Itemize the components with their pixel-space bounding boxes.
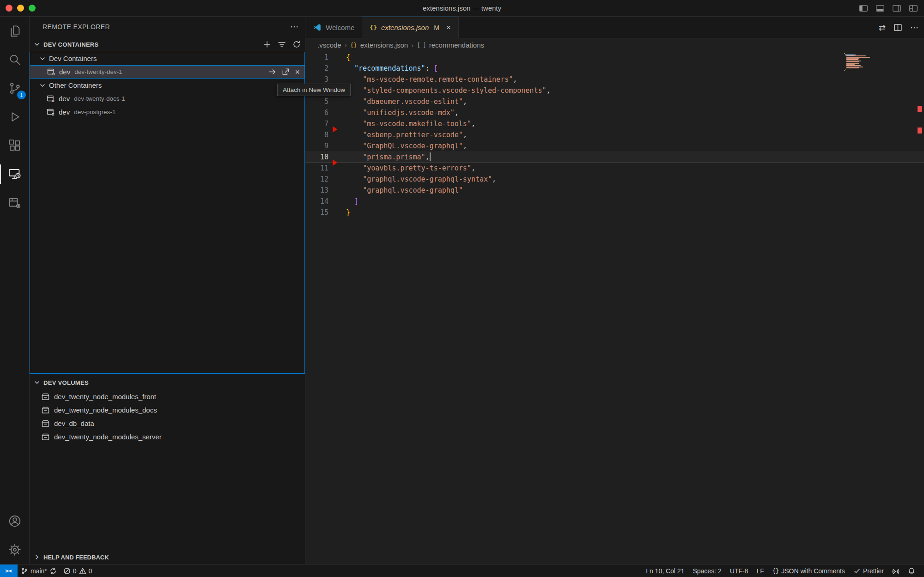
settings-gear-icon[interactable] xyxy=(0,535,30,564)
text-cursor xyxy=(430,152,431,161)
toggle-panel-icon[interactable] xyxy=(875,3,885,13)
code-line[interactable]: 5 "dbaeumer.vscode-eslint", xyxy=(305,96,924,107)
attach-current-window-icon[interactable] xyxy=(268,67,277,76)
sidebar-title: REMOTE EXPLORER xyxy=(43,23,110,30)
line-number[interactable]: 11 xyxy=(305,163,328,174)
line-number[interactable]: 7 xyxy=(305,118,328,129)
container-row-dev-twenty-docs-1[interactable]: dev dev-twenty-docs-1 xyxy=(30,92,305,105)
section-help-feedback[interactable]: HELP AND FEEDBACK xyxy=(30,550,305,564)
breadcrumb-symbol[interactable]: recommendations xyxy=(429,41,484,49)
more-actions-icon[interactable]: ⋯ xyxy=(290,22,298,32)
remote-explorer-icon[interactable] xyxy=(0,160,30,188)
code-line[interactable]: 13 "graphql.vscode-graphql" xyxy=(305,185,924,196)
tab-welcome[interactable]: Welcome xyxy=(305,17,362,38)
vscode-window: { "title_bar": { "title": "extensions.js… xyxy=(0,0,924,577)
breadcrumb-file[interactable]: extensions.json xyxy=(360,41,408,49)
code-line[interactable]: 4 "styled-components.vscode-styled-compo… xyxy=(305,85,924,96)
braces-icon: {} xyxy=(772,568,779,574)
source-control-icon[interactable]: 1 xyxy=(0,74,30,103)
line-number[interactable]: 13 xyxy=(305,185,328,196)
line-number[interactable]: 12 xyxy=(305,174,328,185)
chevron-right-icon: › xyxy=(345,41,347,49)
close-tab-icon[interactable]: × xyxy=(446,23,451,32)
volume-icon xyxy=(41,432,54,441)
indentation-status[interactable]: Spaces: 2 xyxy=(688,567,725,575)
line-number[interactable]: 14 xyxy=(305,196,328,207)
volume-icon xyxy=(41,392,54,401)
line-number[interactable]: 15 xyxy=(305,207,328,218)
add-container-icon[interactable] xyxy=(262,40,272,49)
problems-status[interactable]: 0 0 xyxy=(60,565,96,577)
code-line[interactable]: 2 "recommendations": [ xyxy=(305,63,924,74)
toggle-primary-sidebar-icon[interactable] xyxy=(858,3,869,13)
formatter-status[interactable]: Prettier xyxy=(849,567,888,575)
remote-indicator[interactable]: >< xyxy=(0,565,18,577)
volume-row[interactable]: dev_twenty_node_modules_server xyxy=(30,430,305,443)
refresh-icon[interactable] xyxy=(292,40,301,49)
container-row-dev-twenty-dev-1[interactable]: dev dev-twenty-dev-1 × xyxy=(30,65,305,79)
attach-new-window-icon[interactable] xyxy=(281,67,290,76)
container-row-dev-postgres-1[interactable]: dev dev-postgres-1 xyxy=(30,105,305,119)
remove-container-icon[interactable]: × xyxy=(295,68,300,76)
line-number[interactable]: 5 xyxy=(305,96,328,107)
minimize-window-button[interactable] xyxy=(17,5,24,12)
minimap[interactable] xyxy=(844,53,874,71)
code-line[interactable]: 10 "prisma.prisma", xyxy=(305,152,924,163)
code-editor[interactable]: 1{2 "recommendations": [3 "ms-vscode-rem… xyxy=(305,52,924,564)
tab-extensions-json[interactable]: {} extensions.json M × xyxy=(362,17,459,38)
code-line[interactable]: 14 ] xyxy=(305,196,924,207)
errors-icon xyxy=(63,567,71,575)
zoom-window-button[interactable] xyxy=(29,5,36,12)
tree-group-other-containers[interactable]: Other Containers xyxy=(30,79,305,92)
open-changes-icon[interactable]: ⇄ xyxy=(879,23,886,33)
code-line[interactable]: 11 "yoavbls.pretty-ts-errors", xyxy=(305,163,924,174)
notifications-bell-icon[interactable] xyxy=(904,567,919,575)
breadcrumb-folder[interactable]: .vscode xyxy=(317,41,341,49)
more-actions-icon[interactable]: ⋯ xyxy=(910,23,918,33)
eol-status[interactable]: LF xyxy=(752,567,768,575)
accounts-icon[interactable] xyxy=(0,507,30,535)
code-line[interactable]: 15} xyxy=(305,207,924,218)
close-window-button[interactable] xyxy=(6,5,12,12)
section-dev-containers[interactable]: DEV CONTAINERS xyxy=(30,37,305,52)
dev-containers-icon[interactable] xyxy=(0,188,30,217)
code-line[interactable]: 12 "graphql.vscode-graphql-syntax", xyxy=(305,174,924,185)
encoding-status[interactable]: UTF-8 xyxy=(726,567,753,575)
code-line[interactable]: 9 "GraphQL.vscode-graphql", xyxy=(305,140,924,152)
code-line[interactable]: 7 "ms-vscode.makefile-tools", xyxy=(305,118,924,129)
volume-row[interactable]: dev_twenty_node_modules_docs xyxy=(30,403,305,417)
extensions-icon[interactable] xyxy=(0,131,30,160)
overview-ruler-mark xyxy=(918,128,922,134)
container-icon xyxy=(47,67,55,76)
container-name: dev xyxy=(59,95,70,103)
search-icon[interactable] xyxy=(0,45,30,74)
run-debug-icon[interactable] xyxy=(0,103,30,131)
code-line[interactable]: 8 "esbenp.prettier-vscode", xyxy=(305,129,924,140)
code-line[interactable]: 1{ xyxy=(305,52,924,63)
chevron-down-icon xyxy=(33,379,41,386)
line-number[interactable]: 9 xyxy=(305,140,328,152)
section-dev-volumes[interactable]: DEV VOLUMES xyxy=(30,375,305,390)
filter-icon[interactable] xyxy=(277,40,286,49)
git-deleted-lines-marker-icon xyxy=(333,126,337,133)
activity-bar: 1 xyxy=(0,17,30,564)
code-line[interactable]: 6 "unifiedjs.vscode-mdx", xyxy=(305,107,924,118)
container-description: dev-twenty-docs-1 xyxy=(74,95,125,102)
line-number[interactable]: 8 xyxy=(305,129,328,140)
tree-group-dev-containers[interactable]: Dev Containers xyxy=(30,52,305,65)
explorer-icon[interactable] xyxy=(0,17,30,45)
language-mode-status[interactable]: {} JSON with Comments xyxy=(768,567,849,575)
line-number[interactable]: 1 xyxy=(305,52,328,63)
cursor-position-status[interactable]: Ln 10, Col 21 xyxy=(642,567,688,575)
line-number[interactable]: 10 xyxy=(305,152,328,163)
volume-row[interactable]: dev_db_data xyxy=(30,417,305,430)
customize-layout-icon[interactable] xyxy=(908,3,918,13)
toggle-secondary-sidebar-icon[interactable] xyxy=(892,3,902,13)
line-number[interactable]: 2 xyxy=(305,63,328,74)
line-number[interactable]: 6 xyxy=(305,107,328,118)
volume-row[interactable]: dev_twenty_node_modules_front xyxy=(30,390,305,403)
git-branch-status[interactable]: main* xyxy=(18,565,60,577)
code-line[interactable]: 3 "ms-vscode-remote.remote-containers", xyxy=(305,74,924,85)
split-editor-icon[interactable] xyxy=(893,23,903,32)
broadcast-icon[interactable] xyxy=(888,567,904,575)
